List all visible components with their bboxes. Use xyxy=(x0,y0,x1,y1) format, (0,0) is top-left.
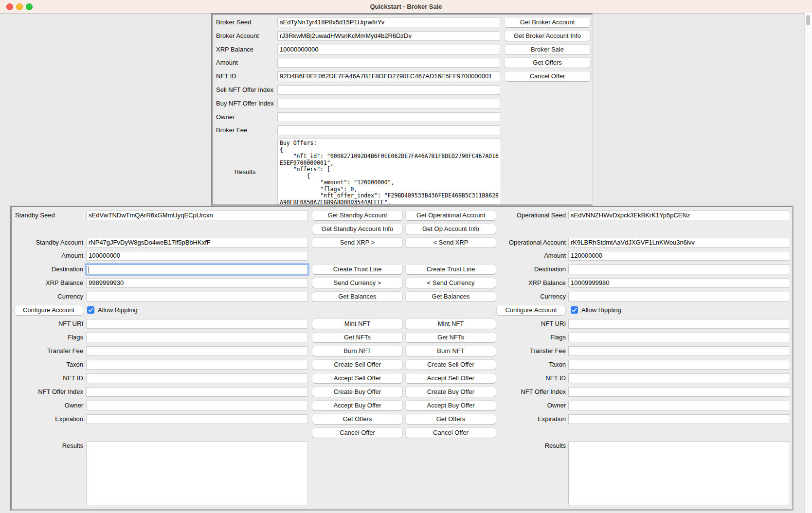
broker-nft-id-label: NFT ID xyxy=(216,72,236,81)
broker-buy-nft-offer-index-label: Buy NFT Offer Index xyxy=(216,99,274,108)
standby-currency-label: Currency xyxy=(12,292,83,301)
operational-expiration-label: Expiration xyxy=(450,415,566,424)
broker-amount-label: Amount xyxy=(216,58,238,67)
standby-nft-id-label: NFT ID xyxy=(12,374,83,383)
get-broker-account-button[interactable]: Get Broker Account xyxy=(505,18,590,27)
send-currency-right-button[interactable]: Send Currency > xyxy=(312,278,402,288)
standby-expiration-label: Expiration xyxy=(12,415,83,424)
standby-create-trust-line-button[interactable]: Create Trust Line xyxy=(312,265,402,274)
operational-flags-field[interactable] xyxy=(568,333,790,342)
get-standby-account-button[interactable]: Get Standby Account xyxy=(312,211,402,220)
standby-nft-id-field[interactable] xyxy=(86,373,308,383)
standby-transfer-fee-label: Transfer Fee xyxy=(12,347,83,355)
operational-amount-label: Amount xyxy=(450,251,566,260)
operational-taxon-label: Taxon xyxy=(450,360,566,369)
broker-sell-nft-offer-index-label: Sell NFT Offer Index xyxy=(216,86,273,94)
get-broker-account-info-button[interactable]: Get Broker Account Info xyxy=(505,31,590,41)
operational-cancel-offer-button[interactable]: Cancel Offer xyxy=(406,428,496,438)
standby-burn-nft-button[interactable]: Burn NFT xyxy=(312,346,402,356)
standby-create-buy-offer-button[interactable]: Create Buy Offer xyxy=(312,387,402,397)
standby-nft-offer-index-field[interactable] xyxy=(86,387,308,397)
standby-accept-sell-offer-button[interactable]: Accept Sell Offer xyxy=(312,373,402,383)
operational-currency-field[interactable] xyxy=(568,292,790,301)
standby-currency-field[interactable] xyxy=(86,292,308,301)
standby-allow-rippling-checkbox[interactable] xyxy=(87,306,94,314)
standby-seed-field[interactable]: sEdVwTNDwTmQArR6xGMmUyqECpUrcxn xyxy=(86,211,308,220)
operational-nft-uri-field[interactable] xyxy=(568,319,790,329)
broker-sell-nft-offer-index-field[interactable] xyxy=(277,85,500,95)
standby-destination-label: Destination xyxy=(12,265,83,274)
standby-account-field[interactable]: rNP47gJFvDyW8gsDo4weB17if5pBbHKxfF xyxy=(86,238,308,248)
broker-results-text: Buy Offers: { "nft_id": "0008271092D4B6F… xyxy=(278,139,501,206)
broker-xrp-balance-label: XRP Balance xyxy=(216,45,253,54)
standby-owner-field[interactable] xyxy=(86,401,308,410)
operational-expiration-field[interactable] xyxy=(568,414,790,424)
operational-transfer-fee-field[interactable] xyxy=(568,346,790,356)
operational-owner-field[interactable] xyxy=(568,401,790,410)
operational-seed-field[interactable]: sEdVNNZHWvDxpck3EkBKrK1Yp5pCENz xyxy=(568,211,790,220)
operational-nft-offer-index-label: NFT Offer Index xyxy=(450,388,566,396)
operational-results-textarea[interactable] xyxy=(568,442,790,505)
standby-owner-label: Owner xyxy=(12,401,83,410)
standby-get-offers-button[interactable]: Get Offers xyxy=(312,414,402,424)
standby-amount-label: Amount xyxy=(12,251,83,260)
standby-cancel-offer-button[interactable]: Cancel Offer xyxy=(312,428,402,438)
operational-nft-uri-label: NFT URI xyxy=(450,319,566,328)
operational-taxon-field[interactable] xyxy=(568,360,790,370)
operational-account-field[interactable]: rK9LBRhStdmtAaVdJXGVF1LnKWou3n6ivv xyxy=(568,238,790,248)
broker-panel: Broker Seed Broker Account XRP Balance A… xyxy=(211,13,593,206)
minimize-button[interactable] xyxy=(16,3,23,10)
operational-nft-id-field[interactable] xyxy=(568,373,790,383)
standby-accept-buy-offer-button[interactable]: Accept Buy Offer xyxy=(312,401,402,410)
standby-get-nfts-button[interactable]: Get NFTs xyxy=(312,333,402,342)
vertical-scrollbar-thumb[interactable] xyxy=(806,15,810,25)
standby-results-text xyxy=(87,442,307,444)
standby-results-textarea[interactable] xyxy=(86,442,308,505)
standby-amount-field[interactable]: 100000000 xyxy=(86,251,308,261)
operational-nft-offer-index-field[interactable] xyxy=(568,387,790,397)
broker-cancel-offer-button[interactable]: Cancel Offer xyxy=(505,71,590,81)
get-standby-account-info-button[interactable]: Get Standby Account Info xyxy=(312,224,402,234)
broker-seed-field[interactable]: sEdTyNnTyr418P8x5d15P1UqrwfirYv xyxy=(277,18,500,27)
operational-owner-label: Owner xyxy=(450,401,566,410)
standby-nft-uri-field[interactable] xyxy=(86,319,308,329)
standby-flags-field[interactable] xyxy=(86,333,308,342)
standby-configure-account-button[interactable]: Configure Account xyxy=(15,305,83,315)
operational-flags-label: Flags xyxy=(450,333,566,342)
operational-destination-label: Destination xyxy=(450,265,566,274)
broker-nft-id-field[interactable]: 92D4B6F0EE062DE7FA46A7B1F8DED2790FC467AD… xyxy=(277,71,500,81)
close-button[interactable] xyxy=(6,3,13,10)
standby-allow-rippling-label: Allow Rippling xyxy=(98,306,138,315)
broker-get-offers-button[interactable]: Get Offers xyxy=(505,58,590,68)
broker-results-textarea[interactable]: Buy Offers: { "nft_id": "0008271092D4B6F… xyxy=(277,139,501,206)
standby-destination-field[interactable] xyxy=(86,265,308,274)
broker-fee-field[interactable] xyxy=(277,125,500,135)
standby-xrp-balance-field[interactable]: 9989999930 xyxy=(86,278,308,288)
standby-transfer-fee-field[interactable] xyxy=(86,346,308,356)
standby-taxon-field[interactable] xyxy=(86,360,308,370)
operational-configure-account-button[interactable]: Configure Account xyxy=(497,305,565,315)
broker-owner-field[interactable] xyxy=(277,112,500,122)
broker-sale-button[interactable]: Broker Sale xyxy=(505,45,590,54)
broker-results-label: Results xyxy=(213,168,277,177)
standby-expiration-field[interactable] xyxy=(86,414,308,424)
broker-amount-field[interactable] xyxy=(277,58,500,68)
broker-account-field[interactable]: rJ3RkwMBj2uwadHWsnKcMmMyd4b2R6DzDv xyxy=(277,31,500,41)
operational-allow-rippling-checkbox[interactable] xyxy=(571,306,578,314)
zoom-button[interactable] xyxy=(26,3,33,10)
standby-get-balances-button[interactable]: Get Balances xyxy=(312,292,402,301)
standby-seed-label: Standby Seed xyxy=(15,211,55,220)
vertical-scrollbar-track[interactable] xyxy=(804,13,812,513)
operational-amount-field[interactable]: 120000000 xyxy=(568,251,790,261)
standby-nft-uri-label: NFT URI xyxy=(12,319,83,328)
standby-mint-nft-button[interactable]: Mint NFT xyxy=(312,319,402,329)
checkmark-icon xyxy=(572,307,577,313)
broker-xrp-balance-field[interactable]: 10000000000 xyxy=(277,45,500,54)
standby-create-sell-offer-button[interactable]: Create Sell Offer xyxy=(312,360,402,370)
operational-nft-id-label: NFT ID xyxy=(450,374,566,383)
send-xrp-right-button[interactable]: Send XRP > xyxy=(312,238,402,248)
broker-buy-nft-offer-index-field[interactable] xyxy=(277,99,500,108)
operational-xrp-balance-field[interactable]: 10009999980 xyxy=(568,278,790,288)
operational-destination-field[interactable] xyxy=(568,265,790,274)
get-op-account-info-button[interactable]: Get Op Account Info xyxy=(406,224,496,234)
